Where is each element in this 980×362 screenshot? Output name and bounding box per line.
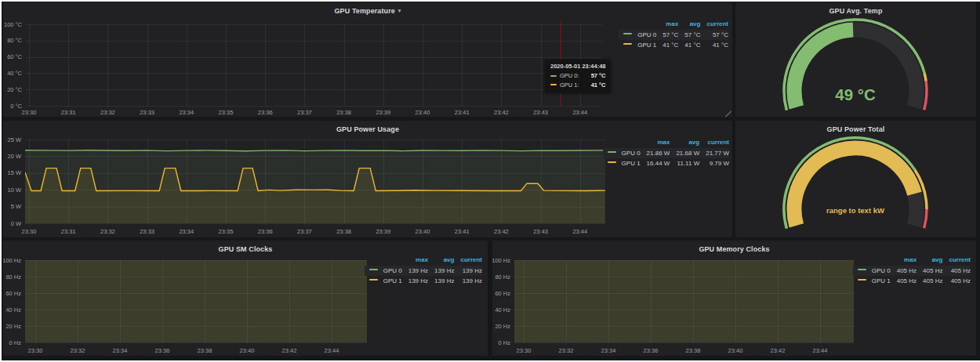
y-axis-label: 80 Hz: [495, 273, 510, 281]
legend-header[interactable]: avg: [428, 255, 454, 266]
legend-header[interactable]: current: [454, 255, 482, 266]
y-axis-label: 15 W: [7, 169, 21, 176]
x-axis-label: 23:36: [258, 228, 273, 235]
gauge-threshold-arc: [924, 81, 927, 110]
x-axis-label: 23:36: [644, 347, 659, 354]
panel-gpu-sm-clocks: GPU SM Clocks100 Hz80 Hz60 Hz40 Hz20 Hz0…: [3, 241, 488, 356]
x-axis-label: 23:41: [455, 228, 470, 235]
y-axis-label: 60 Hz: [5, 290, 21, 297]
y-axis-label: 10 W: [7, 186, 21, 194]
y-axis-label: 20 Hz: [495, 323, 510, 330]
x-axis-label: 23:37: [297, 228, 312, 235]
x-axis-label: 23:40: [416, 109, 430, 116]
legend-series-label[interactable]: GPU 0: [603, 148, 641, 159]
x-axis-label: 23:42: [494, 228, 509, 235]
x-axis-label: 23:42: [494, 109, 509, 116]
y-axis-label: 60 °C: [7, 53, 22, 60]
legend-series-label[interactable]: GPU 0: [365, 266, 402, 277]
chart-tooltip: 2020-05-01 23:44:48GPU 0:57 °CGPU 1:41 °…: [545, 60, 611, 93]
window-border-top: [0, 0, 980, 2]
panel-gpu-avg-temp: GPU Avg. Temp49 °C: [735, 2, 976, 117]
series-color-dash-icon: [623, 33, 632, 34]
legend-value: 405 Hz: [916, 276, 942, 287]
legend-value: 139 Hz: [402, 276, 428, 287]
x-axis-label: 23:30: [22, 228, 37, 235]
legend-value: 21.86 W: [641, 148, 670, 159]
gauge-gpu-avg-temp: 49 °C: [735, 2, 976, 117]
legend-header[interactable]: max: [402, 255, 428, 266]
legend-series-label[interactable]: GPU 0: [853, 266, 891, 277]
series-color-dash-icon: [858, 279, 866, 281]
legend-header[interactable]: current: [700, 19, 728, 30]
legend-row: GPU 0405 Hz405 Hz405 Hz: [853, 266, 971, 277]
y-axis-label: 80 Hz: [5, 273, 21, 281]
legend-value: 57 °C: [656, 30, 678, 41]
tooltip-series-row: GPU 0:57 °C: [550, 71, 605, 81]
x-axis-label: 23:39: [376, 228, 390, 235]
legend-value: 41 °C: [700, 40, 728, 51]
legend-value: 405 Hz: [942, 276, 971, 287]
legend-row: GPU 141 °C41 °C41 °C: [619, 40, 728, 51]
legend-value: 41 °C: [678, 40, 700, 51]
legend-row: GPU 021.86 W21.68 W21.77 W: [603, 148, 729, 159]
legend-value: 405 Hz: [891, 266, 916, 277]
series-color-dash-icon: [550, 84, 557, 85]
legend-value: 11.11 W: [670, 158, 699, 169]
legend-value: 41 °C: [656, 40, 678, 51]
x-axis-label: 23:32: [559, 347, 574, 354]
legend-value: 139 Hz: [454, 276, 482, 287]
y-axis-label: 60 Hz: [495, 290, 510, 297]
legend-value: 57 °C: [700, 30, 728, 41]
x-axis-label: 23:43: [533, 109, 548, 116]
legend-value: 139 Hz: [454, 266, 482, 277]
legend-value: 139 Hz: [428, 266, 454, 277]
x-axis-label: 23:44: [325, 347, 339, 354]
legend-header[interactable]: max: [641, 137, 670, 148]
y-axis-label: 40 °C: [7, 70, 22, 77]
legend-series-label[interactable]: GPU 1: [365, 276, 402, 287]
tooltip-series-label: GPU 1:: [560, 81, 579, 89]
y-axis-label: 80 °C: [7, 37, 22, 44]
legend-value: 139 Hz: [428, 276, 454, 287]
legend-header[interactable]: max: [656, 19, 678, 30]
series-color-dash-icon: [608, 151, 616, 153]
x-axis-label: 23:40: [728, 347, 743, 354]
x-axis-label: 23:40: [240, 347, 255, 354]
x-axis-label: 23:44: [572, 228, 587, 235]
x-axis-label: 23:30: [517, 347, 532, 354]
gpu-power-usage-legend: maxavgcurrentGPU 021.86 W21.68 W21.77 WG…: [603, 137, 729, 169]
gauge-value-text: 49 °C: [835, 85, 876, 103]
legend-series-label[interactable]: GPU 0: [619, 30, 656, 41]
legend-header[interactable]: avg: [670, 137, 699, 148]
legend-header[interactable]: avg: [916, 255, 942, 266]
legend-value: 405 Hz: [916, 266, 942, 277]
x-axis-label: 23:38: [686, 347, 701, 354]
legend-header[interactable]: avg: [678, 19, 700, 30]
x-axis-label: 23:35: [219, 109, 234, 116]
legend-value: 405 Hz: [942, 266, 971, 277]
series-color-dash-icon: [369, 269, 378, 270]
y-axis-label: 20 Hz: [5, 323, 21, 330]
gpu-sm-clocks-legend: maxavgcurrentGPU 0139 Hz139 Hz139 HzGPU …: [365, 255, 482, 287]
window-border-left: [0, 0, 2, 362]
gpu-temperature-legend: maxavgcurrentGPU 057 °C57 °C57 °CGPU 141…: [619, 19, 728, 51]
legend-value: 21.77 W: [699, 148, 729, 159]
x-axis-label: 23:32: [100, 109, 115, 116]
legend-header[interactable]: max: [891, 255, 916, 266]
legend-header[interactable]: current: [699, 137, 729, 148]
x-axis-label: 23:43: [533, 228, 548, 235]
y-axis-label: 40 Hz: [495, 306, 510, 313]
panel-gpu-power-usage: GPU Power Usage25 W20 W15 W10 W5 W0 W23:…: [3, 121, 732, 237]
y-axis-label: 20 W: [7, 153, 21, 160]
panel-gpu-memory-clocks: GPU Memory Clocks100 Hz80 Hz60 Hz40 Hz20…: [492, 241, 976, 356]
tooltip-series-row: GPU 1:41 °C: [550, 81, 605, 90]
legend-row: GPU 116.44 W11.11 W9.79 W: [603, 158, 729, 169]
legend-series-label[interactable]: GPU 1: [853, 276, 891, 287]
x-axis-label: 23:44: [813, 347, 828, 354]
series-color-dash-icon: [608, 161, 616, 163]
legend-series-label[interactable]: GPU 1: [603, 158, 641, 169]
legend-series-label[interactable]: GPU 1: [619, 40, 656, 51]
x-axis-label: 23:42: [282, 347, 297, 354]
legend-value: 21.68 W: [670, 148, 699, 159]
legend-header[interactable]: current: [942, 255, 971, 266]
